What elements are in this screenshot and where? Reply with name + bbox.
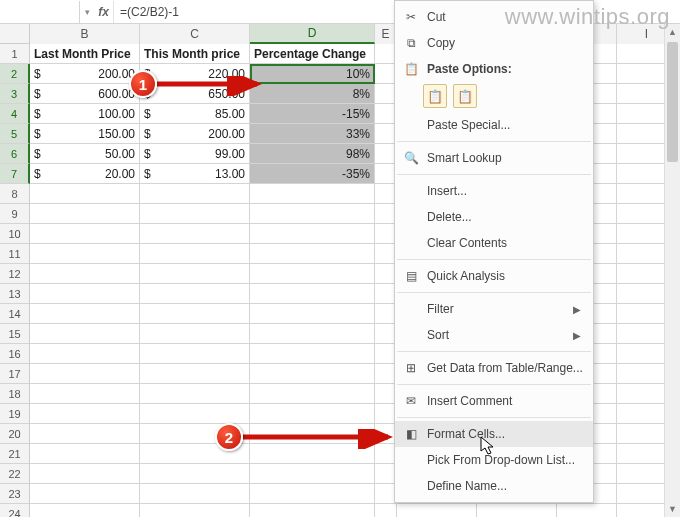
name-box-dropdown-icon[interactable]: ▾ xyxy=(80,1,94,23)
row-header[interactable]: 5 xyxy=(0,124,30,144)
cell[interactable] xyxy=(30,224,140,244)
row-header[interactable]: 7 xyxy=(0,164,30,184)
row-header[interactable]: 15 xyxy=(0,324,30,344)
cell[interactable] xyxy=(250,204,375,224)
cell[interactable] xyxy=(140,504,250,517)
row-header[interactable]: 3 xyxy=(0,84,30,104)
cell[interactable]: $85.00 xyxy=(140,104,250,124)
cell[interactable] xyxy=(250,384,375,404)
row-header[interactable]: 24 xyxy=(0,504,30,517)
cell[interactable] xyxy=(30,424,140,444)
insert-function-icon[interactable]: fx xyxy=(94,1,114,23)
cell[interactable] xyxy=(250,484,375,504)
row-header[interactable]: 19 xyxy=(0,404,30,424)
col-header-b[interactable]: B xyxy=(30,24,140,44)
cell[interactable] xyxy=(375,504,397,517)
cell[interactable] xyxy=(30,344,140,364)
cell[interactable] xyxy=(30,364,140,384)
menu-insert-comment[interactable]: ✉ Insert Comment xyxy=(395,388,593,414)
menu-smart-lookup[interactable]: 🔍 Smart Lookup xyxy=(395,145,593,171)
cell[interactable] xyxy=(250,344,375,364)
row-header[interactable]: 21 xyxy=(0,444,30,464)
cell[interactable] xyxy=(30,184,140,204)
row-header[interactable]: 11 xyxy=(0,244,30,264)
cell[interactable] xyxy=(140,264,250,284)
cell[interactable]: 10% xyxy=(250,64,375,84)
cell[interactable] xyxy=(250,324,375,344)
cell[interactable] xyxy=(30,464,140,484)
cell[interactable] xyxy=(30,304,140,324)
cell[interactable] xyxy=(30,284,140,304)
row-header[interactable]: 4 xyxy=(0,104,30,124)
cell[interactable]: $50.00 xyxy=(30,144,140,164)
cell[interactable] xyxy=(140,384,250,404)
cell[interactable] xyxy=(397,504,477,517)
cell[interactable] xyxy=(140,404,250,424)
cell[interactable]: $99.00 xyxy=(140,144,250,164)
cell[interactable] xyxy=(30,244,140,264)
cell[interactable]: Last Month Price xyxy=(30,44,140,64)
cell[interactable] xyxy=(140,344,250,364)
cell[interactable] xyxy=(250,364,375,384)
menu-paste-special[interactable]: Paste Special... xyxy=(395,112,593,138)
cell[interactable] xyxy=(30,504,140,517)
row-header[interactable]: 18 xyxy=(0,384,30,404)
scroll-thumb[interactable] xyxy=(667,42,678,162)
cell[interactable] xyxy=(140,204,250,224)
menu-sort[interactable]: Sort ▶ xyxy=(395,322,593,348)
cell[interactable] xyxy=(30,264,140,284)
cell[interactable] xyxy=(250,464,375,484)
paste-values-button[interactable]: 📋 xyxy=(453,84,477,108)
cell[interactable]: 33% xyxy=(250,124,375,144)
cell[interactable] xyxy=(250,404,375,424)
row-header[interactable]: 2 xyxy=(0,64,30,84)
cell[interactable] xyxy=(250,244,375,264)
menu-quick-analysis[interactable]: ▤ Quick Analysis xyxy=(395,263,593,289)
row-header[interactable]: 23 xyxy=(0,484,30,504)
cell[interactable] xyxy=(30,324,140,344)
cell[interactable]: -15% xyxy=(250,104,375,124)
row-header[interactable]: 16 xyxy=(0,344,30,364)
cell[interactable]: 8% xyxy=(250,84,375,104)
cell[interactable] xyxy=(250,264,375,284)
row-header[interactable]: 6 xyxy=(0,144,30,164)
vertical-scrollbar[interactable]: ▲ ▼ xyxy=(664,24,680,517)
scroll-down-icon[interactable]: ▼ xyxy=(665,501,680,517)
cell[interactable] xyxy=(30,204,140,224)
menu-define-name[interactable]: Define Name... xyxy=(395,473,593,499)
menu-copy[interactable]: ⧉ Copy xyxy=(395,30,593,56)
cell[interactable] xyxy=(140,364,250,384)
cell[interactable]: $100.00 xyxy=(30,104,140,124)
row-header[interactable]: 9 xyxy=(0,204,30,224)
cell[interactable]: -35% xyxy=(250,164,375,184)
cell[interactable]: $20.00 xyxy=(30,164,140,184)
cell[interactable]: This Month price xyxy=(140,44,250,64)
menu-insert[interactable]: Insert... xyxy=(395,178,593,204)
name-box[interactable] xyxy=(0,1,80,23)
row-header[interactable]: 14 xyxy=(0,304,30,324)
cell[interactable]: $13.00 xyxy=(140,164,250,184)
cell[interactable]: 98% xyxy=(250,144,375,164)
row-header[interactable]: 1 xyxy=(0,44,30,64)
cell[interactable]: $150.00 xyxy=(30,124,140,144)
cell[interactable] xyxy=(140,464,250,484)
row-header[interactable]: 13 xyxy=(0,284,30,304)
cell[interactable]: Percentage Change xyxy=(250,44,375,64)
cell[interactable] xyxy=(30,384,140,404)
cell[interactable] xyxy=(250,284,375,304)
row-header[interactable]: 8 xyxy=(0,184,30,204)
cell[interactable]: $600.00 xyxy=(30,84,140,104)
row-header[interactable]: 20 xyxy=(0,424,30,444)
cell[interactable] xyxy=(477,504,557,517)
cell[interactable] xyxy=(30,444,140,464)
menu-filter[interactable]: Filter ▶ xyxy=(395,296,593,322)
cell[interactable] xyxy=(557,504,617,517)
cell[interactable] xyxy=(140,224,250,244)
cell[interactable] xyxy=(140,324,250,344)
cell[interactable] xyxy=(140,304,250,324)
cell[interactable] xyxy=(30,484,140,504)
col-header-d[interactable]: D xyxy=(250,24,375,44)
cell[interactable] xyxy=(140,484,250,504)
cell[interactable]: $200.00 xyxy=(140,124,250,144)
paste-default-button[interactable]: 📋 xyxy=(423,84,447,108)
